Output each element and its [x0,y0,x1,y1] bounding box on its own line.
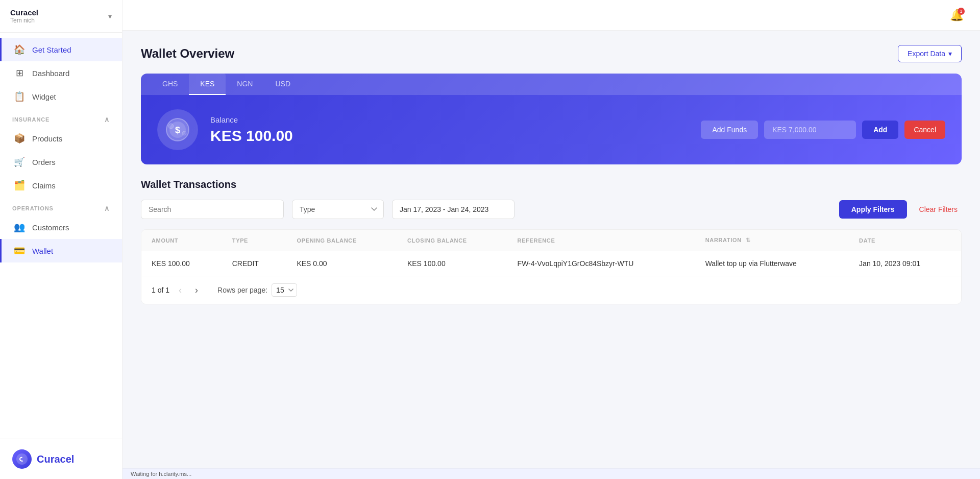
sidebar-footer: Curacel [0,439,122,479]
notification-badge: 1 [958,8,965,15]
add-funds-input[interactable] [764,121,856,139]
date-range-input[interactable] [392,200,514,219]
wallet-cancel-button[interactable]: Cancel [904,121,945,139]
cell-type: CREDIT [222,251,287,276]
status-text: Waiting for h.clarity.ms... [131,471,191,477]
org-switcher[interactable]: Curacel Tem nich ▾ [0,0,122,33]
wallet-currency-tabs: GHS KES NGN USD [141,74,962,95]
prev-page-button[interactable]: ‹ [175,284,186,297]
sidebar-item-customers[interactable]: 👥 Customers [0,215,122,239]
dropdown-arrow-icon: ▾ [948,50,952,58]
collapse-icon-ops[interactable]: ∧ [104,204,110,212]
wallet-actions: Add Funds Add Cancel [701,121,945,139]
col-opening-balance: OPENING BALANCE [286,230,397,251]
wallet-add-button[interactable]: Add [862,121,898,139]
col-narration: NARRATION ⇅ [695,230,849,251]
page-info: 1 of 1 [152,286,169,294]
status-bar: Waiting for h.clarity.ms... [122,468,980,479]
rows-per-page-select[interactable]: 510152550 [272,283,297,297]
sidebar-item-widget[interactable]: 📋 Widget [0,85,122,108]
curacel-logo-text: Curacel [37,453,74,465]
sidebar-item-label: Dashboard [32,69,69,78]
sidebar-item-label: Claims [32,181,56,190]
sidebar-item-wallet[interactable]: 💳 Wallet [0,239,122,262]
sidebar: Curacel Tem nich ▾ 🏠 Get Started ⊞ Dashb… [0,0,122,479]
tab-ghs[interactable]: GHS [151,74,189,95]
export-data-button[interactable]: Export Data ▾ [898,45,962,62]
export-label: Export Data [908,50,945,58]
sidebar-item-claims[interactable]: 🗂️ Claims [0,174,122,197]
main-content: 🔔 1 Wallet Overview Export Data ▾ GHS KE… [122,0,980,479]
transactions-section: Wallet Transactions Type CREDIT DEBIT Ap… [141,179,962,304]
topbar: 🔔 1 [122,0,980,31]
cell-closing-balance: KES 100.00 [397,251,507,276]
transactions-title: Wallet Transactions [141,179,962,190]
col-reference: REFERENCE [507,230,695,251]
org-subtitle: Tem nich [10,17,38,24]
balance-label: Balance [210,115,293,124]
customers-icon: 👥 [14,222,25,233]
page-title: Wallet Overview [141,46,234,61]
wallet-icon: 💳 [14,245,25,256]
page-header: Wallet Overview Export Data ▾ [141,45,962,62]
claims-icon: 🗂️ [14,180,25,191]
svg-text:$: $ [175,125,180,135]
wallet-coin-icon: $ [157,109,198,150]
rows-per-page-label: Rows per page: [217,286,267,294]
col-amount: AMOUNT [141,230,222,251]
sidebar-item-dashboard[interactable]: ⊞ Dashboard [0,61,122,85]
col-closing-balance: CLOSING BALANCE [397,230,507,251]
wallet-balance-area: $ Balance KES 100.00 [157,109,293,150]
cell-narration: Wallet top up via Flutterwave [695,251,849,276]
svg-point-4 [168,124,174,129]
cell-amount: KES 100.00 [141,251,222,276]
sidebar-item-products[interactable]: 📦 Products [0,127,122,150]
wallet-card: GHS KES NGN USD $ [141,74,962,164]
wallet-body: $ Balance KES 100.00 Add Funds [141,95,962,164]
next-page-button[interactable]: › [191,284,202,297]
notification-button[interactable]: 🔔 1 [950,9,964,22]
clear-filters-button[interactable]: Clear Filters [915,200,962,219]
cell-opening-balance: KES 0.00 [286,251,397,276]
sidebar-nav: 🏠 Get Started ⊞ Dashboard 📋 Widget INSUR… [0,33,122,439]
tab-usd[interactable]: USD [264,74,302,95]
table-header-row: AMOUNT TYPE OPENING BALANCE CLOSING BALA… [141,230,961,251]
tab-ngn[interactable]: NGN [226,74,264,95]
transactions-table-wrap: AMOUNT TYPE OPENING BALANCE CLOSING BALA… [141,229,962,304]
sort-icon[interactable]: ⇅ [746,237,751,243]
sidebar-item-label: Get Started [32,45,71,54]
curacel-logo-icon [12,449,32,469]
transactions-table: AMOUNT TYPE OPENING BALANCE CLOSING BALA… [141,230,961,276]
dashboard-icon: ⊞ [14,67,25,79]
balance-amount: KES 100.00 [210,127,293,145]
chevron-down-icon: ▾ [108,12,112,20]
table-row: KES 100.00 CREDIT KES 0.00 KES 100.00 FW… [141,251,961,276]
svg-point-5 [182,131,186,135]
type-select[interactable]: Type CREDIT DEBIT [292,200,384,219]
apply-filters-button[interactable]: Apply Filters [839,200,907,219]
rows-per-page: Rows per page: 510152550 [217,283,297,297]
sidebar-item-label: Products [32,134,62,143]
widget-icon: 📋 [14,91,25,102]
products-icon: 📦 [14,133,25,144]
tab-kes[interactable]: KES [189,74,226,95]
sidebar-item-label: Orders [32,158,56,166]
col-date: DATE [849,230,961,251]
balance-text: Balance KES 100.00 [210,115,293,145]
sidebar-item-orders[interactable]: 🛒 Orders [0,150,122,174]
pagination-row: 1 of 1 ‹ › Rows per page: 510152550 [141,276,961,304]
org-name: Curacel [10,8,38,17]
page-content: Wallet Overview Export Data ▾ GHS KES NG… [122,31,980,468]
collapse-icon[interactable]: ∧ [104,115,110,124]
orders-icon: 🛒 [14,156,25,167]
sidebar-item-label: Customers [32,223,69,232]
sidebar-item-label: Wallet [32,247,53,255]
cell-date: Jan 10, 2023 09:01 [849,251,961,276]
col-type: TYPE [222,230,287,251]
search-wrap [141,200,284,219]
search-input[interactable] [141,200,284,219]
add-funds-button[interactable]: Add Funds [701,121,758,139]
svg-point-0 [16,453,28,465]
sidebar-item-get-started[interactable]: 🏠 Get Started [0,38,122,61]
sidebar-item-label: Widget [32,92,56,101]
